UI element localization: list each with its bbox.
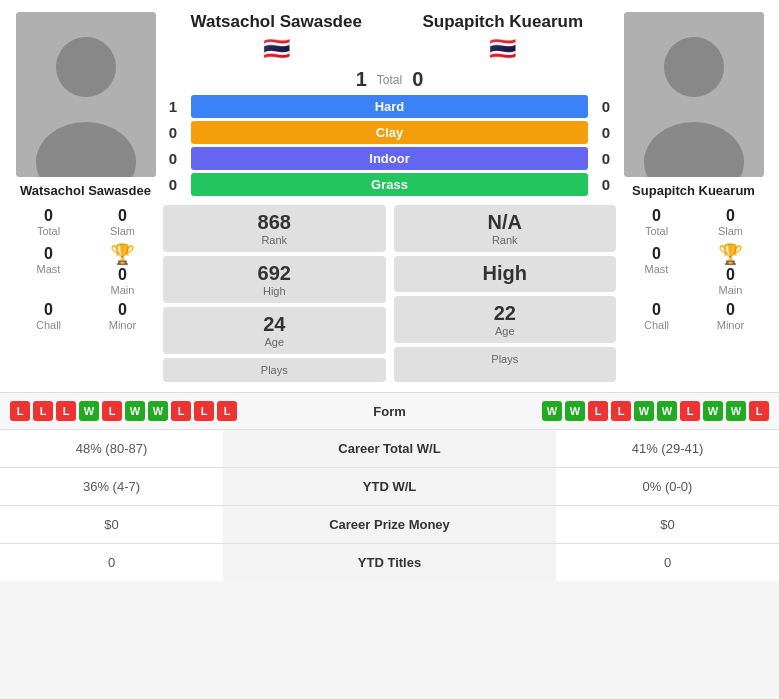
- player1-plays-lbl: Plays: [163, 364, 386, 376]
- player2-total-block: 0 Total: [624, 204, 690, 240]
- plays-panel-left: Plays: [163, 358, 386, 382]
- rank-panel-left: 868 Rank: [163, 205, 386, 252]
- player2-name: Supapitch Kuearum: [632, 183, 755, 198]
- table-cell-center: YTD Titles: [223, 544, 556, 582]
- form-pill-right: W: [726, 401, 746, 421]
- player2-mast-block: 0 Mast: [624, 242, 690, 296]
- player1-slam-block: 0 Slam: [90, 204, 156, 240]
- player1-name-top: Watsachol Sawasdee: [163, 12, 390, 32]
- player1-slam-val: 0: [118, 207, 127, 225]
- table-cell-center: Career Total W/L: [223, 430, 556, 468]
- player1-minor-block: 0 Minor: [90, 298, 156, 334]
- player1-rank-val: 868: [163, 211, 386, 234]
- player1-name: Watsachol Sawasdee: [20, 183, 151, 198]
- form-pill-left: W: [79, 401, 99, 421]
- player1-high-val: 692: [163, 262, 386, 285]
- player2-total-lbl: Total: [645, 225, 668, 237]
- form-pill-left: L: [217, 401, 237, 421]
- player1-chall-val: 0: [44, 301, 53, 319]
- player1-flag: 🇹🇭: [163, 36, 390, 62]
- player1-total-block: 0 Total: [16, 204, 82, 240]
- clay-row: 0 Clay 0: [163, 121, 616, 144]
- form-pill-left: W: [125, 401, 145, 421]
- form-pill-left: L: [194, 401, 214, 421]
- form-pills-right: WWLLWWLWWL: [440, 401, 770, 421]
- player1-mast-block: 0 Mast: [16, 242, 82, 296]
- right-center-panels: N/A Rank High 22 Age Plays: [394, 205, 617, 382]
- player1-total-val: 0: [44, 207, 53, 225]
- plays-panel-right: Plays: [394, 347, 617, 383]
- player2-plays-lbl: Plays: [394, 353, 617, 365]
- table-cell-left: 0: [0, 544, 223, 582]
- player2-chall-lbl: Chall: [644, 319, 669, 331]
- table-cell-right: 0% (0-0): [556, 468, 779, 506]
- player1-chall-lbl: Chall: [36, 319, 61, 331]
- hard-left-num: 1: [163, 98, 183, 115]
- player1-trophy-icon: 🏆: [110, 242, 135, 266]
- form-pill-right: W: [565, 401, 585, 421]
- svg-point-4: [664, 37, 724, 97]
- hard-badge: Hard: [191, 95, 588, 118]
- player1-mast-lbl: Mast: [37, 263, 61, 275]
- player2-rank-lbl: Rank: [394, 234, 617, 246]
- main-container: Watsachol Sawasdee 0 Total 0 Slam 0 Mast…: [0, 0, 779, 581]
- left-center-panels: 868 Rank 692 High 24 Age Plays: [163, 205, 386, 382]
- player2-slam-lbl: Slam: [718, 225, 743, 237]
- player1-chall-block: 0 Chall: [16, 298, 82, 334]
- hard-right-num: 0: [596, 98, 616, 115]
- table-cell-right: 0: [556, 544, 779, 582]
- form-pill-left: L: [102, 401, 122, 421]
- clay-badge: Clay: [191, 121, 588, 144]
- player2-flag: 🇹🇭: [390, 36, 617, 62]
- player2-slam-val: 0: [726, 207, 735, 225]
- total-score-label: Total: [377, 73, 402, 87]
- total-score-row: 1 Total 0: [163, 68, 616, 91]
- total-score-left: 1: [356, 68, 367, 91]
- player2-mast-val: 0: [652, 245, 661, 263]
- form-pill-right: L: [749, 401, 769, 421]
- player1-age-val: 24: [163, 313, 386, 336]
- player2-slam-block: 0 Slam: [698, 204, 764, 240]
- grass-badge: Grass: [191, 173, 588, 196]
- form-area: LLLWLWWLLL Form WWLLWWLWWL: [0, 392, 779, 429]
- player2-trophy-main: 🏆 0 Main: [698, 242, 764, 296]
- age-panel-right: 22 Age: [394, 296, 617, 343]
- grass-left-num: 0: [163, 176, 183, 193]
- rank-panel-right: N/A Rank: [394, 205, 617, 252]
- player1-minor-val: 0: [118, 301, 127, 319]
- player2-minor-block: 0 Minor: [698, 298, 764, 334]
- table-cell-left: $0: [0, 506, 223, 544]
- center-top: Watsachol Sawasdee 🇹🇭 Supapitch Kuearum …: [163, 12, 616, 62]
- form-pill-right: W: [542, 401, 562, 421]
- grass-right-num: 0: [596, 176, 616, 193]
- player1-mast-val: 0: [44, 245, 53, 263]
- form-pill-left: L: [33, 401, 53, 421]
- total-score-right: 0: [412, 68, 423, 91]
- high-panel-left: 692 High: [163, 256, 386, 303]
- player2-age-lbl: Age: [394, 325, 617, 337]
- player2-minor-lbl: Minor: [717, 319, 745, 331]
- form-pill-left: L: [171, 401, 191, 421]
- player1-age-lbl: Age: [163, 336, 386, 348]
- player2-rank-val: N/A: [394, 211, 617, 234]
- player2-name-top: Supapitch Kuearum: [390, 12, 617, 32]
- surface-rows: 1 Hard 0 0 Clay 0 0 Indoor 0 0 Grass: [163, 95, 616, 199]
- table-row: $0 Career Prize Money $0: [0, 506, 779, 544]
- table-row: 48% (80-87) Career Total W/L 41% (29-41): [0, 430, 779, 468]
- table-cell-center: Career Prize Money: [223, 506, 556, 544]
- player2-main-lbl: Main: [719, 284, 743, 296]
- player1-trophy-main: 🏆 0 Main: [90, 242, 156, 296]
- svg-point-1: [56, 37, 116, 97]
- player1-name-top-block: Watsachol Sawasdee 🇹🇭: [163, 12, 390, 62]
- clay-left-num: 0: [163, 124, 183, 141]
- right-player-col: Supapitch Kuearum 0 Total 0 Slam 0 Mast …: [616, 12, 771, 382]
- player1-main-val: 0: [118, 266, 127, 284]
- center-panels: 868 Rank 692 High 24 Age Plays: [163, 205, 616, 382]
- player2-chall-val: 0: [652, 301, 661, 319]
- form-pill-right: W: [657, 401, 677, 421]
- form-pill-right: L: [680, 401, 700, 421]
- player2-chall-block: 0 Chall: [624, 298, 690, 334]
- table-cell-left: 36% (4-7): [0, 468, 223, 506]
- table-cell-right: 41% (29-41): [556, 430, 779, 468]
- form-pill-right: L: [588, 401, 608, 421]
